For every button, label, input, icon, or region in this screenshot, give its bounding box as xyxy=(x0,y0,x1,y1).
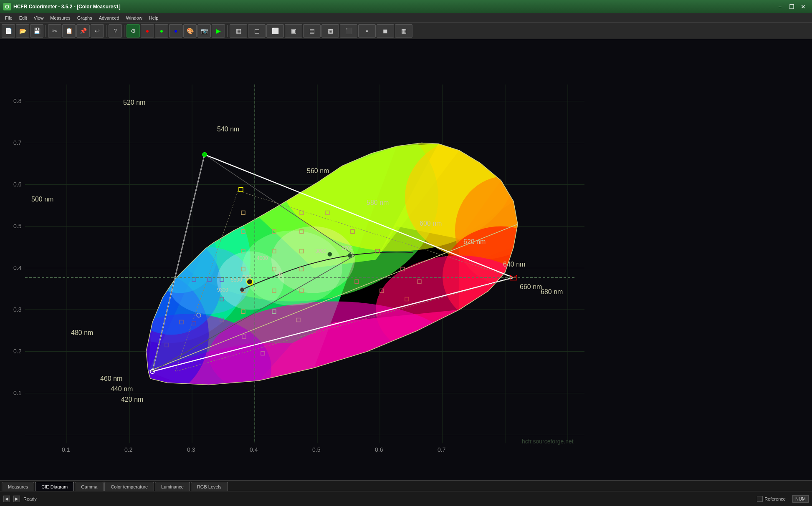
minimize-button[interactable]: − xyxy=(774,1,785,12)
svg-text:0.4: 0.4 xyxy=(13,264,22,271)
toolbar-settings3[interactable]: ● xyxy=(155,24,168,38)
svg-text:560 nm: 560 nm xyxy=(307,167,329,174)
svg-text:0.2: 0.2 xyxy=(124,446,133,453)
nav-prev-btn[interactable]: ◀ xyxy=(3,496,10,502)
toolbar-cut[interactable]: ✂ xyxy=(48,24,61,38)
svg-text:460 nm: 460 nm xyxy=(100,375,122,382)
svg-text:520 nm: 520 nm xyxy=(123,99,145,106)
reference-indicator: Reference xyxy=(757,496,786,502)
toolbar-view10[interactable]: ▦ xyxy=(395,24,412,38)
svg-text:540 nm: 540 nm xyxy=(217,126,239,133)
svg-text:640 nm: 640 nm xyxy=(503,261,525,268)
titlebar: HCFR Colorimeter - 3.5.2 - [Color Measur… xyxy=(0,0,812,13)
svg-text:B: B xyxy=(279,271,282,277)
svg-text:C: C xyxy=(254,286,258,292)
toolbar-view4[interactable]: ▣ xyxy=(285,24,302,38)
svg-text:5500: 5500 xyxy=(231,277,242,283)
menu-measures[interactable]: Measures xyxy=(47,15,73,21)
svg-text:0.3: 0.3 xyxy=(187,446,195,453)
toolbar-view8[interactable]: ▪ xyxy=(358,24,376,38)
svg-text:0.6: 0.6 xyxy=(375,446,383,453)
menu-graphs[interactable]: Graphs xyxy=(74,15,96,21)
restore-button[interactable]: ❐ xyxy=(786,1,797,12)
svg-text:2700: 2700 xyxy=(341,245,353,251)
svg-text:0.5: 0.5 xyxy=(13,223,22,229)
svg-text:0.1: 0.1 xyxy=(13,390,22,396)
svg-text:0.5: 0.5 xyxy=(312,446,321,453)
svg-text:3000: 3000 xyxy=(315,248,326,254)
menu-file[interactable]: File xyxy=(2,15,16,21)
svg-point-48 xyxy=(271,227,355,293)
menu-edit[interactable]: Edit xyxy=(16,15,30,21)
svg-point-95 xyxy=(202,153,207,157)
svg-text:480 nm: 480 nm xyxy=(71,329,93,336)
svg-text:680 nm: 680 nm xyxy=(541,288,563,295)
menu-window[interactable]: Window xyxy=(123,15,146,21)
menu-view[interactable]: View xyxy=(30,15,47,21)
toolbar-undo[interactable]: ↩ xyxy=(91,24,104,38)
toolbar-camera[interactable]: 📷 xyxy=(197,24,211,38)
status-right: Reference NUM xyxy=(757,495,809,503)
toolbar-copy[interactable]: 📋 xyxy=(62,24,76,38)
toolbar-play[interactable]: ▶ xyxy=(212,24,225,38)
toolbar-view5[interactable]: ▤ xyxy=(303,24,321,38)
svg-point-139 xyxy=(240,288,244,292)
svg-text:0.3: 0.3 xyxy=(13,306,22,313)
toolbar-sep2 xyxy=(106,25,106,37)
tab-measures[interactable]: Measures xyxy=(2,482,34,491)
main-chart-area: 520 nm 540 nm 560 nm 580 nm 500 nm 600 n… xyxy=(0,39,812,480)
svg-text:hcfr.sourceforge.net: hcfr.sourceforge.net xyxy=(522,438,574,445)
status-left: ◀ ▶ Ready xyxy=(3,496,37,502)
toolbar-view3[interactable]: ⬜ xyxy=(266,24,284,38)
svg-point-1 xyxy=(6,5,8,8)
tab-rgb-levels[interactable]: RGB Levels xyxy=(191,482,228,491)
svg-text:580 nm: 580 nm xyxy=(367,199,389,206)
svg-point-138 xyxy=(247,279,253,285)
close-button[interactable]: ✕ xyxy=(798,1,809,12)
toolbar-new[interactable]: 📄 xyxy=(2,24,15,38)
tab-cie-diagram[interactable]: CIE Diagram xyxy=(35,482,74,491)
num-lock-indicator: NUM xyxy=(792,495,809,503)
status-text: Ready xyxy=(23,496,37,501)
toolbar-paste[interactable]: 📌 xyxy=(76,24,90,38)
svg-text:0.4: 0.4 xyxy=(250,446,258,453)
toolbar-settings1[interactable]: ⚙ xyxy=(126,24,140,38)
toolbar-open[interactable]: 📂 xyxy=(16,24,29,38)
svg-text:440 nm: 440 nm xyxy=(111,385,133,393)
toolbar-settings5[interactable]: 🎨 xyxy=(183,24,197,38)
svg-text:500 nm: 500 nm xyxy=(31,196,53,203)
toolbar-view7[interactable]: ⬛ xyxy=(340,24,357,38)
menu-advanced[interactable]: Advanced xyxy=(96,15,123,21)
nav-next-btn[interactable]: ▶ xyxy=(13,496,20,502)
toolbar: 📄 📂 💾 ✂ 📋 📌 ↩ ? ⚙ ● ● ● 🎨 📷 ▶ ▦ ◫ ⬜ ▣ ▤ … xyxy=(0,23,812,39)
tab-gamma[interactable]: Gamma xyxy=(75,482,104,491)
svg-text:4000: 4000 xyxy=(257,255,268,261)
toolbar-view1[interactable]: ▦ xyxy=(230,24,247,38)
toolbar-save[interactable]: 💾 xyxy=(30,24,43,38)
app-icon xyxy=(3,3,11,10)
toolbar-settings4[interactable]: ● xyxy=(169,24,182,38)
titlebar-controls[interactable]: − ❐ ✕ xyxy=(774,1,809,12)
tab-color-temperature[interactable]: Color temperature xyxy=(104,482,154,491)
svg-text:0.6: 0.6 xyxy=(13,181,22,188)
tabs-bar: Measures CIE Diagram Gamma Color tempera… xyxy=(0,480,812,491)
svg-point-141 xyxy=(348,254,352,258)
toolbar-view9[interactable]: ◼ xyxy=(377,24,394,38)
svg-text:420 nm: 420 nm xyxy=(121,396,143,403)
toolbar-sep4 xyxy=(227,25,228,37)
tab-luminance[interactable]: Luminance xyxy=(155,482,190,491)
menu-help[interactable]: Help xyxy=(146,15,162,21)
titlebar-title: HCFR Colorimeter - 3.5.2 - [Color Measur… xyxy=(13,4,121,10)
svg-text:0.7: 0.7 xyxy=(13,139,22,146)
toolbar-settings2[interactable]: ● xyxy=(141,24,154,38)
toolbar-sep3 xyxy=(124,25,124,37)
cie-diagram: 520 nm 540 nm 560 nm 580 nm 500 nm 600 n… xyxy=(0,39,812,480)
svg-text:0.1: 0.1 xyxy=(62,446,70,453)
toolbar-view2[interactable]: ◫ xyxy=(248,24,266,38)
svg-text:660 nm: 660 nm xyxy=(520,283,542,290)
reference-checkbox[interactable] xyxy=(757,496,763,502)
svg-text:620 nm: 620 nm xyxy=(463,238,486,245)
svg-point-140 xyxy=(328,252,332,257)
toolbar-help[interactable]: ? xyxy=(109,24,122,38)
toolbar-view6[interactable]: ▩ xyxy=(321,24,339,38)
